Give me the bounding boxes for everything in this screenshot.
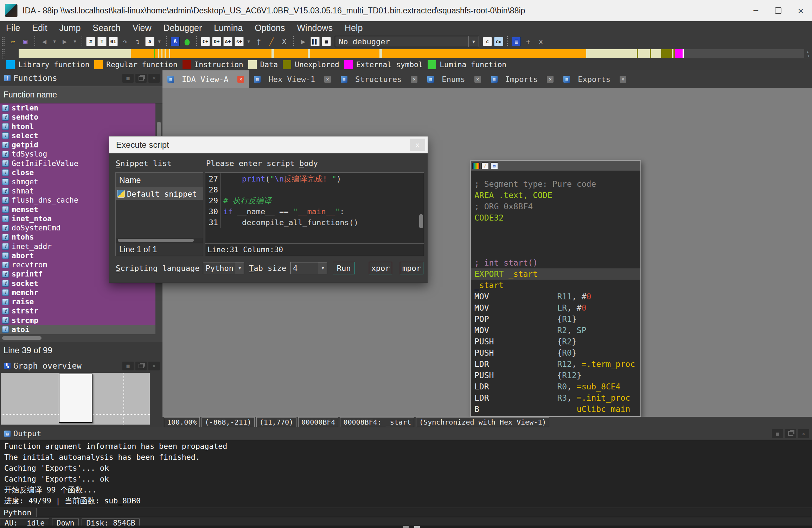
- disassembly-line[interactable]: AREA .text, CODE: [474, 190, 637, 201]
- make-code-icon[interactable]: C+: [201, 37, 210, 46]
- scrollbar-thumb[interactable]: [2, 336, 41, 340]
- disassembly-line[interactable]: _start: [474, 280, 637, 291]
- language-select[interactable]: Python ▼: [203, 262, 244, 274]
- close-icon[interactable]: ×: [324, 76, 331, 83]
- tab-hex-view-1[interactable]: ▤Hex View-1×: [249, 70, 335, 88]
- maximize-button[interactable]: [767, 0, 789, 21]
- disassembly-line[interactable]: MOV R2, SP: [474, 325, 637, 336]
- palette-icon[interactable]: [472, 163, 480, 169]
- snippet-name-column-header[interactable]: Name: [116, 173, 203, 188]
- toolbar-drag-handle[interactable]: [1, 36, 5, 47]
- chevron-down-icon[interactable]: ▼: [236, 262, 244, 274]
- function-row[interactable]: fstrstr: [0, 306, 162, 316]
- code-line[interactable]: 27 print("\n反编译完成! "): [205, 173, 424, 184]
- debugger-select[interactable]: No debugger ▼: [335, 36, 479, 47]
- navigate-forward-dropdown-icon[interactable]: ▼: [72, 36, 78, 47]
- debugger-pause-icon[interactable]: ▌▌: [311, 37, 320, 46]
- save-file-icon[interactable]: ▣: [20, 36, 31, 47]
- panel-close-icon[interactable]: ✕: [798, 429, 809, 438]
- navband-drag-handle[interactable]: [1, 49, 5, 59]
- function-list-hscrollbar[interactable]: [0, 334, 162, 342]
- disassembly-window-titlebar[interactable]: ╱ ▤: [471, 161, 640, 171]
- panel-float-icon[interactable]: [135, 74, 147, 83]
- analysis-status-icon[interactable]: ●: [182, 35, 192, 48]
- run-button[interactable]: Run: [333, 262, 355, 274]
- disassembly-line[interactable]: ; int start(): [474, 257, 637, 268]
- debugger-stop-icon[interactable]: ■: [322, 37, 331, 46]
- make-dropdown-icon[interactable]: ▼: [246, 36, 251, 47]
- flowchart-icon[interactable]: ▤: [491, 163, 498, 169]
- graph-overview-canvas[interactable]: [1, 373, 150, 425]
- edit-function-icon[interactable]: ╱: [266, 36, 277, 47]
- menu-file[interactable]: File: [0, 23, 26, 33]
- function-row[interactable]: fstrcmp: [0, 316, 162, 325]
- menu-windows[interactable]: Windows: [291, 23, 338, 33]
- code-line[interactable]: 30if __name__ == "__main__":: [205, 206, 424, 217]
- disassembly-line[interactable]: [474, 246, 637, 257]
- disassembly-line[interactable]: [474, 235, 637, 246]
- panel-minimize-icon[interactable]: ■: [772, 429, 783, 438]
- disassembly-line[interactable]: LDR R3, =.init_proc: [474, 392, 637, 403]
- analysis-options-icon[interactable]: A: [171, 37, 180, 46]
- panel-minimize-icon[interactable]: ■: [122, 74, 134, 83]
- menu-jump[interactable]: Jump: [53, 23, 87, 33]
- tab-size-select[interactable]: 4 ▼: [290, 262, 327, 274]
- disassembly-line[interactable]: PUSH {R0}: [474, 347, 637, 358]
- menu-view[interactable]: View: [127, 23, 158, 33]
- snippet-row[interactable]: Default snippet: [116, 188, 203, 200]
- search-binary-icon[interactable]: #: [86, 37, 95, 46]
- code-line[interactable]: 31 decompile_all_functions(): [205, 217, 424, 228]
- scroll-right-icon[interactable]: ▸: [807, 50, 810, 54]
- add-breakpoint-icon[interactable]: +: [523, 36, 533, 47]
- make-array-icon[interactable]: A+: [223, 37, 232, 46]
- function-row[interactable]: fsendto: [0, 113, 162, 122]
- output-log[interactable]: Function argument information has been p…: [0, 440, 812, 507]
- navband-arrows[interactable]: ▸◂: [804, 50, 812, 58]
- menu-edit[interactable]: Edit: [26, 23, 53, 33]
- navigate-back-icon[interactable]: ◀: [39, 36, 50, 47]
- function-row[interactable]: fraise: [0, 297, 162, 306]
- panel-close-icon[interactable]: ✕: [148, 74, 160, 83]
- python-cli-input[interactable]: [36, 508, 811, 517]
- continue-until-return-icon[interactable]: c: [483, 37, 492, 46]
- menu-debugger[interactable]: Debugger: [158, 23, 208, 33]
- function-row[interactable]: fhtonl: [0, 122, 162, 131]
- close-button[interactable]: ×: [789, 0, 812, 21]
- create-function-icon[interactable]: ƒ: [254, 36, 264, 47]
- address-overview-band[interactable]: [19, 49, 804, 58]
- disassembly-line[interactable]: [474, 223, 637, 235]
- debugger-start-icon[interactable]: ▶: [298, 36, 308, 47]
- tab-ida-view-a[interactable]: ▤IDA View-A×: [162, 70, 249, 88]
- jump-address-icon[interactable]: ↷: [120, 36, 130, 47]
- chevron-down-icon[interactable]: ▼: [319, 262, 327, 274]
- dialog-close-button[interactable]: x: [410, 139, 425, 151]
- graph-viewport-rect[interactable]: [59, 374, 92, 423]
- disassembly-line[interactable]: PUSH {R2}: [474, 336, 637, 347]
- run-to-cursor-icon[interactable]: c▶: [494, 37, 503, 46]
- disassembly-line[interactable]: LDR R0, =sub_8CE4: [474, 381, 637, 392]
- close-icon[interactable]: ×: [237, 76, 244, 83]
- minimize-button[interactable]: ─: [744, 0, 767, 21]
- tab-imports[interactable]: ▤Imports×: [486, 70, 559, 88]
- function-row[interactable]: fstrlen: [0, 103, 162, 113]
- tab-exports[interactable]: ▤Exports×: [558, 70, 631, 88]
- panel-float-icon[interactable]: [135, 362, 147, 370]
- navigate-back-dropdown-icon[interactable]: ▼: [52, 36, 57, 47]
- code-line[interactable]: 29# 执行反编译: [205, 195, 424, 206]
- menu-options[interactable]: Options: [249, 23, 291, 33]
- chevron-down-icon[interactable]: ▼: [468, 36, 479, 47]
- export-button[interactable]: xpor: [369, 262, 392, 274]
- close-icon[interactable]: ×: [620, 76, 626, 83]
- scrollbar-thumb[interactable]: [118, 239, 194, 242]
- edit-icon[interactable]: ╱: [481, 163, 489, 169]
- disassembly-line[interactable]: EXPORT _start: [471, 268, 640, 280]
- delete-function-icon[interactable]: X: [279, 36, 289, 47]
- disassembly-line[interactable]: MOV R11, #0: [474, 291, 637, 302]
- disassembly-line[interactable]: POP {R1}: [474, 313, 637, 325]
- tab-enums[interactable]: ▤Enums×: [422, 70, 486, 88]
- function-row[interactable]: fatoi: [0, 325, 162, 334]
- jump-down-icon[interactable]: ↴: [133, 36, 143, 47]
- navigate-forward-icon[interactable]: ▶: [59, 36, 70, 47]
- delete-breakpoint-icon[interactable]: x: [536, 36, 546, 47]
- make-string-icon[interactable]: s+: [235, 37, 244, 46]
